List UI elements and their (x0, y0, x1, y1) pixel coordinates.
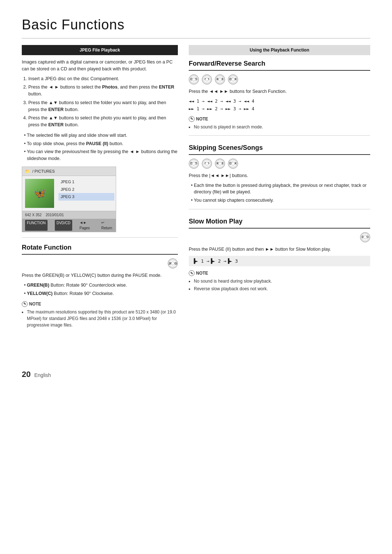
reverse-arrow-seq: ◄◄ 1 → ◄◄ 2 → ◄◄ 3 → ◄◄ 4 (189, 98, 254, 104)
slow-note-list: No sound is heard during slow playback. … (189, 278, 370, 292)
step4-bullets: The selected file will play and slide sh… (22, 132, 178, 162)
forward-note: ✎ NOTE No sound is played in search mode… (189, 116, 370, 130)
disc-divx: DivX (228, 74, 238, 85)
btn-function: FUNCTION (25, 220, 48, 231)
search-arrows: ◄◄ 1 → ◄◄ 2 → ◄◄ 3 → ◄◄ 4 ►► 1 → ►► 2 → … (189, 98, 370, 112)
page-title: Basic Functions (22, 15, 370, 38)
bullet-2: To stop slide show, press the PAUSE (II)… (27, 140, 178, 147)
forward-reverse-title: Forward/Reverse Search (189, 59, 370, 71)
skipping-icons: DVD CD MP3 DivX (189, 159, 370, 169)
skipping-bullet-1: Each time the button is pressed during p… (194, 182, 370, 196)
file-browser-header: 📁 / PICTURES (22, 167, 116, 176)
skipping-section: Skipping Scenes/Songs DVD CD MP3 DivX Pr… (189, 143, 370, 204)
rotate-note-list: The maximum resolutions supported by thi… (22, 309, 178, 328)
disc-circle-jpeg: JPEG (168, 258, 178, 268)
thumbnail-image: 🦋 (33, 186, 46, 201)
file-item-2[interactable]: JPEG 2 (58, 186, 114, 193)
forward-reverse-icons: DVD CD MP3 DivX (189, 74, 370, 85)
rotate-note-item: The maximum resolutions supported by thi… (27, 309, 178, 328)
slow-sequence: ▐► 1 →▐► 2 →▐► 3 (192, 258, 238, 265)
step-1: Insert a JPEG disc on the disc Compartme… (28, 75, 178, 82)
skip-mp3-icon: MP3 (215, 159, 225, 169)
skipping-desc: Press the |◄◄ ►►| buttons. (189, 172, 370, 179)
rotate-description: Press the GREEN(B) or YELLOW(C) button d… (22, 272, 178, 279)
disc-dvd: DVD (189, 74, 199, 85)
skipping-bullet-2: You cannot skip chapters consecutively. (194, 197, 370, 204)
skip-cd-icon: CD (202, 159, 212, 169)
slow-arrow-row: ▐► 1 →▐► 2 →▐► 3 (189, 256, 370, 267)
file-thumbnail: 🦋 (25, 179, 54, 208)
step-4: Press the ▲▼ buttons to select the photo… (28, 115, 178, 128)
divider-2 (189, 135, 370, 136)
step-2: Press the ◄ ► buttons to select the Phot… (28, 84, 178, 98)
left-column: JPEG File Playback Images captured with … (22, 45, 178, 332)
rotate-note: ✎ NOTE The maximum resolutions supported… (22, 301, 178, 328)
disc-mp3: MP3 (215, 74, 225, 85)
skip-divx-icon: DivX (228, 159, 238, 169)
mp3-icon: MP3 (215, 74, 225, 85)
note-icon-3: ✎ (189, 270, 195, 276)
slow-icon-row: DVD (189, 232, 370, 243)
file-date: 2010/01/01 (46, 213, 64, 217)
skip-disc-dvd: DVD (189, 159, 199, 169)
file-list: JPEG 1 JPEG 2 JPEG 3 (57, 176, 116, 211)
divider-3 (189, 209, 370, 209)
step-3: Press the ▲▼ buttons to select the folde… (28, 99, 178, 113)
folder-icon: 📁 (25, 168, 30, 175)
forward-reverse-section: Forward/Reverse Search DVD CD MP3 DivX P… (189, 59, 370, 130)
bullet-1: The selected file will play and slide sh… (27, 132, 178, 139)
forward-note-list: No sound is played in search mode. (189, 124, 370, 130)
forward-reverse-desc: Press the ◄◄ ►► buttons for Search Funct… (189, 88, 370, 95)
rotate-bullets: GREEN(B) Button: Rotate 90° Counterclock… (22, 282, 178, 297)
disc-cd: CD (202, 74, 212, 85)
btn-pages: ◄► Pages (79, 220, 94, 231)
file-browser-bottom: FUNCTION DVD/CD ◄► Pages ↩ Return (22, 219, 116, 232)
rotate-bullet-2: YELLOW(C) Button: Rotate 90° Clockwise. (27, 290, 178, 297)
slow-motion-title: Slow Motion Play (189, 217, 370, 229)
playback-section-header: Using the Playback Function (189, 45, 370, 55)
forward-note-title: ✎ NOTE (189, 116, 370, 122)
slow-note: ✎ NOTE No sound is heard during slow pla… (189, 270, 370, 292)
forward-arrow-seq: ►► 1 → ►► 2 → ►► 3 → ►► 4 (189, 106, 254, 112)
forward-arrows: ►► 1 → ►► 2 → ►► 3 → ►► 4 (189, 106, 370, 112)
cd-icon: CD (202, 74, 212, 85)
dvd-icon: DVD (189, 74, 199, 85)
file-item-3[interactable]: JPEG 3 (58, 193, 114, 201)
reverse-arrows: ◄◄ 1 → ◄◄ 2 → ◄◄ 3 → ◄◄ 4 (189, 98, 370, 104)
note-icon: ✎ (22, 301, 28, 307)
rotate-bullet-1: GREEN(B) Button: Rotate 90° Counterclock… (27, 282, 178, 289)
note-icon-2: ✎ (189, 116, 195, 122)
rotate-title: Rotate Function (22, 243, 178, 255)
skip-dvd-icon: DVD (189, 159, 199, 169)
jpeg-intro: Images captured with a digital camera or… (22, 59, 178, 73)
skipping-bullets: Each time the button is pressed during p… (189, 182, 370, 204)
rotate-section: Rotate Function JPEG Press the GREEN(B) … (22, 243, 178, 328)
resolution: 642 X 352 (25, 213, 42, 217)
right-column: Using the Playback Function Forward/Reve… (189, 45, 370, 332)
file-browser: 📁 / PICTURES 🦋 JPEG 1 JPEG 2 JPEG 3 642 … (22, 167, 116, 233)
file-browser-body: 🦋 JPEG 1 JPEG 2 JPEG 3 (22, 176, 116, 211)
btn-dvdcd: DVD/CD (55, 220, 72, 231)
folder-name: / PICTURES (32, 168, 55, 175)
jpeg-steps: Insert a JPEG disc on the disc Compartme… (22, 75, 178, 128)
skip-disc-divx: DivX (228, 159, 238, 169)
jpeg-section-header: JPEG File Playback (22, 45, 178, 55)
slow-note-item-2: Reverse slow playback does not work. (194, 286, 370, 292)
slow-motion-section: Slow Motion Play DVD Press the PAUSE (II… (189, 217, 370, 292)
slow-note-title: ✎ NOTE (189, 270, 370, 276)
skipping-title: Skipping Scenes/Songs (189, 143, 370, 155)
forward-note-item: No sound is played in search mode. (194, 124, 370, 130)
rotate-note-title: ✎ NOTE (22, 301, 178, 307)
slow-disc-dvd: DVD (360, 232, 370, 242)
file-browser-footer: 642 X 352 2010/01/01 (22, 211, 116, 219)
slow-motion-desc: Press the PAUSE (II) button and then ►► … (189, 246, 370, 253)
btn-return: ↩ Return (101, 220, 113, 231)
slow-dvd-icon: DVD (360, 232, 370, 243)
jpeg-disc-icon: JPEG (168, 258, 178, 269)
skip-disc-mp3: MP3 (215, 159, 225, 169)
language-label: English (34, 372, 51, 379)
page-number: 20 (22, 368, 30, 380)
divx-icon: DivX (228, 74, 238, 85)
file-item-1[interactable]: JPEG 1 (58, 178, 114, 186)
skip-disc-cd: CD (202, 159, 212, 169)
